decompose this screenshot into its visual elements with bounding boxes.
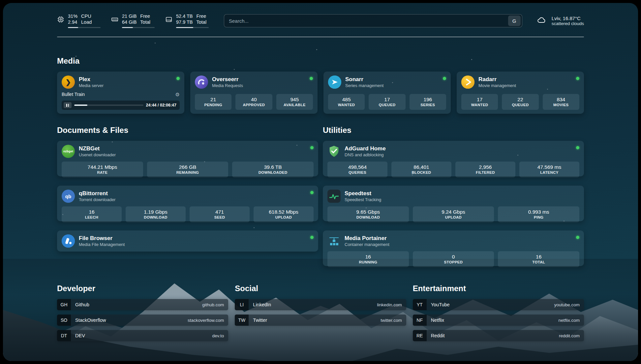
status-dot xyxy=(310,77,313,80)
stat: 0.993 ms PING xyxy=(498,206,579,222)
status-dot xyxy=(310,191,314,194)
service-card-qbittorrent[interactable]: qb qBittorrent Torrent downloader 16 LEE… xyxy=(57,186,318,221)
stat: 22 QUEUED xyxy=(502,94,538,110)
portainer-icon xyxy=(327,234,341,248)
stat: 471 SEED xyxy=(190,206,250,222)
service-desc: Movie management xyxy=(478,83,516,88)
service-card-portainer[interactable]: Media Portainer Container management 16 … xyxy=(323,230,584,266)
bookmark-name: LinkedIn xyxy=(249,299,377,310)
cpu-label-bottom: Load xyxy=(81,19,92,25)
search-input[interactable] xyxy=(229,18,508,24)
service-card-filebrowser[interactable]: File Browser Media File Management xyxy=(57,230,318,252)
speedtest-icon xyxy=(327,190,341,203)
section-title-social: Social xyxy=(235,284,406,293)
service-card-plex[interactable]: ❯ Plex Media server Bullet Train ⚙ xyxy=(57,72,184,114)
bookmark-abbr: DT xyxy=(57,330,71,341)
service-name: Overseerr xyxy=(212,76,243,83)
service-desc: Container management xyxy=(345,242,389,247)
service-name: Plex xyxy=(79,76,104,83)
stat: 47.569 ms LATENCY xyxy=(519,162,579,177)
section-media: Media ❯ Plex Media server Bullet Train xyxy=(57,56,584,114)
stat: 2,956 FILTERED xyxy=(455,162,515,177)
status-dot xyxy=(310,146,314,149)
bookmark-abbr: SO xyxy=(57,315,71,326)
service-name: qBittorrent xyxy=(79,190,115,197)
weather-condition: scattered clouds xyxy=(552,21,584,26)
stat: 16 TOTAL xyxy=(498,251,579,267)
bookmark-name: YouTube xyxy=(427,299,554,310)
service-name: Speedtest xyxy=(345,190,381,197)
stat: 196 SERIES xyxy=(410,94,446,110)
disk-free: 52.4 TB xyxy=(176,14,193,19)
stat: 9.24 Gbps UPLOAD xyxy=(413,206,494,222)
bookmark-twitter[interactable]: TW Twitter twitter.com xyxy=(235,315,406,326)
stat: 1.19 Gbps DOWNLOAD xyxy=(126,206,186,222)
cpu-load-avg: 2.94 xyxy=(68,19,77,25)
stat: 21 PENDING xyxy=(195,94,231,110)
bookmark-github[interactable]: GH Github github.com xyxy=(57,299,228,310)
plex-player: 24:44 / 02:06:47 xyxy=(62,101,180,110)
service-desc: DNS and adblocking xyxy=(345,152,386,158)
nzbget-icon: nzbget xyxy=(62,145,75,158)
cpu-percent: 31% xyxy=(68,14,77,19)
bookmark-abbr: LI xyxy=(235,299,249,310)
qbittorrent-icon: qb xyxy=(62,190,75,203)
bookmark-youtube[interactable]: YT YouTube youtube.com xyxy=(413,299,584,310)
section-title-media: Media xyxy=(57,56,584,66)
topbar-divider xyxy=(57,37,584,37)
section-title-developer: Developer xyxy=(57,284,228,293)
section-title-entertainment: Entertainment xyxy=(413,284,584,293)
bookmark-stackoverflow[interactable]: SO StackOverflow stackoverflow.com xyxy=(57,315,228,326)
section-entertainment: Entertainment YT YouTube youtube.com NF … xyxy=(413,284,584,341)
bookmark-abbr: RE xyxy=(413,330,427,341)
bookmark-url: reddit.com xyxy=(559,330,584,341)
ram-progress-bar xyxy=(122,27,155,28)
stat: 0 STOPPED xyxy=(413,251,494,267)
ram-icon xyxy=(111,16,118,23)
service-name: Sonarr xyxy=(345,76,383,83)
adguard-icon xyxy=(327,145,341,158)
stat: 86,401 BLOCKED xyxy=(391,162,451,177)
playback-progress[interactable] xyxy=(74,105,143,106)
search-engine-button[interactable]: G xyxy=(508,15,521,26)
service-card-adguard[interactable]: AdGuard Home DNS and adblocking 498,564 … xyxy=(323,141,584,176)
bookmark-reddit[interactable]: RE Reddit reddit.com xyxy=(413,330,584,341)
bookmark-name: Netflix xyxy=(427,315,559,326)
now-playing-title: Bullet Train xyxy=(62,92,85,97)
service-card-speedtest[interactable]: Speedtest Speedtest Tracking 9.65 Gbps D… xyxy=(323,186,584,221)
disk-label-top: Free xyxy=(197,14,207,19)
bookmark-dev[interactable]: DT DEV dev.to xyxy=(57,330,228,341)
service-desc: Media File Management xyxy=(79,242,125,247)
service-name: AdGuard Home xyxy=(345,145,386,152)
service-card-overseerr[interactable]: Overseerr Media Requests 21 PENDING 40 A… xyxy=(190,72,318,114)
section-social: Social LI LinkedIn linkedin.com TW Twitt… xyxy=(235,284,406,341)
service-card-nzbget[interactable]: nzbget NZBGet Usenet downloader 744.21 M… xyxy=(57,141,318,176)
bookmark-netflix[interactable]: NF Netflix netflix.com xyxy=(413,315,584,326)
status-dot xyxy=(443,77,446,80)
stat: 16 LEECH xyxy=(62,206,122,222)
gear-icon[interactable]: ⚙ xyxy=(175,92,180,97)
search-bar[interactable]: G xyxy=(224,14,522,27)
service-desc: Torrent downloader xyxy=(79,197,115,202)
bookmark-name: Github xyxy=(71,299,202,310)
sonarr-icon xyxy=(328,76,341,89)
stat: 618.52 Mbps UPLOAD xyxy=(254,206,314,222)
disk-label-bottom: Total xyxy=(197,19,207,25)
stat: 498,564 QUERIES xyxy=(327,162,387,177)
dashboard: 31% 2.94 CPU Load xyxy=(3,3,638,361)
pause-button[interactable] xyxy=(64,102,72,108)
topbar: 31% 2.94 CPU Load xyxy=(57,3,584,28)
stat: 744.21 Mbps RATE xyxy=(62,162,143,177)
overseerr-icon xyxy=(195,76,208,89)
ram-label-bottom: Total xyxy=(140,19,150,25)
service-desc: Media server xyxy=(79,83,104,88)
cpu-label-top: CPU xyxy=(81,14,92,19)
bookmark-linkedin[interactable]: LI LinkedIn linkedin.com xyxy=(235,299,406,310)
disk-progress-bar xyxy=(176,27,209,28)
disk-widget: 52.4 TB 97.9 TB Free Total xyxy=(165,14,209,28)
stat: 39.6 TB DOWNLOADED xyxy=(232,162,314,177)
service-card-radarr[interactable]: Radarr Movie management 17 WANTED 22 QUE… xyxy=(457,72,584,114)
plex-icon: ❯ xyxy=(62,76,75,89)
cloud-icon xyxy=(535,15,547,26)
service-card-sonarr[interactable]: Sonarr Series management 485 WANTED 17 Q… xyxy=(323,72,451,114)
